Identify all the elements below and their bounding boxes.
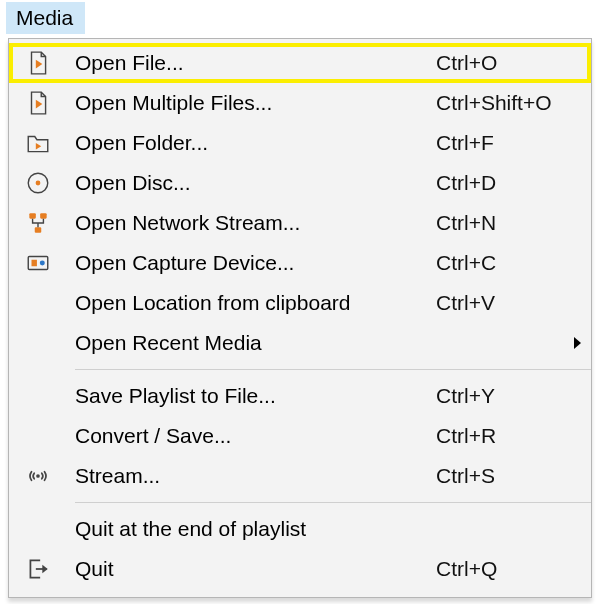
stream-icon xyxy=(25,463,75,489)
disc-icon xyxy=(25,170,75,196)
menu-label: Open Disc... xyxy=(75,171,436,195)
menu-shortcut: Ctrl+F xyxy=(436,131,561,155)
menu-item-open-capture-device[interactable]: Open Capture Device... Ctrl+C xyxy=(9,243,591,283)
menu-label: Open Network Stream... xyxy=(75,211,436,235)
svg-rect-6 xyxy=(32,260,37,267)
svg-rect-4 xyxy=(35,227,42,232)
menu-item-open-recent-media[interactable]: Open Recent Media xyxy=(9,323,591,363)
quit-icon xyxy=(25,556,75,582)
file-play-icon xyxy=(25,50,75,76)
menubar-item-media[interactable]: Media xyxy=(6,2,85,34)
media-dropdown: Open File... Ctrl+O Open Multiple Files.… xyxy=(8,38,592,598)
menu-shortcut: Ctrl+N xyxy=(436,211,561,235)
menu-item-stream[interactable]: Stream... Ctrl+S xyxy=(9,456,591,496)
menu-label: Open Folder... xyxy=(75,131,436,155)
media-menu: Open File... Ctrl+O Open Multiple Files.… xyxy=(9,39,591,593)
menu-shortcut: Ctrl+V xyxy=(436,291,561,315)
menu-item-open-network-stream[interactable]: Open Network Stream... Ctrl+N xyxy=(9,203,591,243)
svg-point-7 xyxy=(40,261,45,266)
menu-shortcut: Ctrl+D xyxy=(436,171,561,195)
menu-shortcut: Ctrl+O xyxy=(436,51,561,75)
menu-item-quit[interactable]: Quit Ctrl+Q xyxy=(9,549,591,589)
menu-separator xyxy=(75,369,591,370)
menu-item-open-folder[interactable]: Open Folder... Ctrl+F xyxy=(9,123,591,163)
menu-item-open-multiple-files[interactable]: Open Multiple Files... Ctrl+Shift+O xyxy=(9,83,591,123)
menu-label: Open File... xyxy=(75,51,436,75)
menu-label: Open Capture Device... xyxy=(75,251,436,275)
svg-rect-2 xyxy=(29,213,35,218)
menu-item-convert-save[interactable]: Convert / Save... Ctrl+R xyxy=(9,416,591,456)
file-play-icon xyxy=(25,90,75,116)
menu-item-open-disc[interactable]: Open Disc... Ctrl+D xyxy=(9,163,591,203)
menu-label: Save Playlist to File... xyxy=(75,384,436,408)
menu-label: Quit xyxy=(75,557,436,581)
svg-point-1 xyxy=(36,181,41,186)
capture-device-icon xyxy=(25,250,75,276)
menu-label: Quit at the end of playlist xyxy=(75,517,436,541)
svg-rect-5 xyxy=(28,257,48,270)
menu-label: Convert / Save... xyxy=(75,424,436,448)
menu-label: Stream... xyxy=(75,464,436,488)
menu-shortcut: Ctrl+Shift+O xyxy=(436,91,561,115)
menu-label: Open Multiple Files... xyxy=(75,91,436,115)
folder-play-icon xyxy=(25,130,75,156)
menu-label: Open Recent Media xyxy=(75,331,436,355)
menu-shortcut: Ctrl+Y xyxy=(436,384,561,408)
menu-item-save-playlist-to-file[interactable]: Save Playlist to File... Ctrl+Y xyxy=(9,376,591,416)
menu-item-open-file[interactable]: Open File... Ctrl+O xyxy=(9,43,591,83)
menu-shortcut: Ctrl+C xyxy=(436,251,561,275)
submenu-arrow-icon xyxy=(573,331,583,355)
menu-shortcut: Ctrl+R xyxy=(436,424,561,448)
network-icon xyxy=(25,210,75,236)
menu-item-open-location-from-clipboard[interactable]: Open Location from clipboard Ctrl+V xyxy=(9,283,591,323)
menu-item-quit-at-end-of-playlist[interactable]: Quit at the end of playlist xyxy=(9,509,591,549)
svg-point-8 xyxy=(36,474,40,478)
menu-shortcut: Ctrl+S xyxy=(436,464,561,488)
menubar: Media xyxy=(0,0,600,34)
menu-shortcut: Ctrl+Q xyxy=(436,557,561,581)
svg-rect-3 xyxy=(40,213,46,218)
menu-separator xyxy=(75,502,591,503)
menu-label: Open Location from clipboard xyxy=(75,291,436,315)
